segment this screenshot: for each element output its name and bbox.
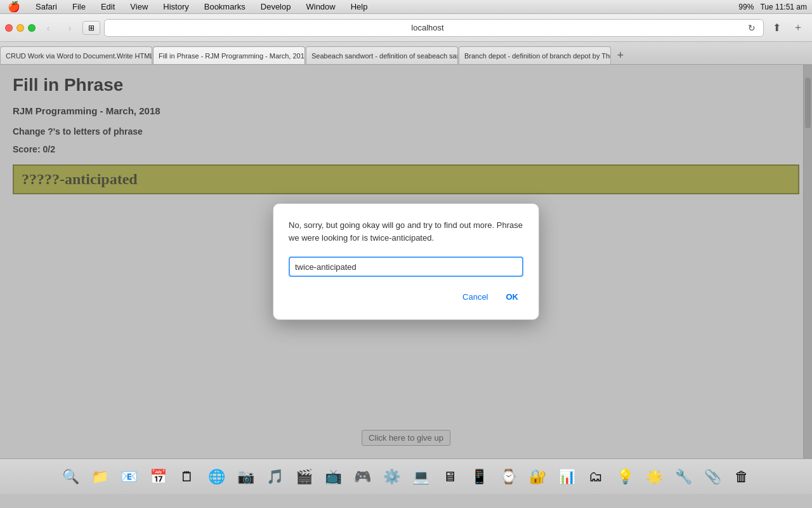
tab-2[interactable]: Seabeach sandwort - definition of seabea… [306,46,458,64]
dock-item-11[interactable]: ⚙️ [378,464,405,490]
dock-item-7[interactable]: 🎵 [261,464,288,490]
dock-item-16[interactable]: 🔐 [524,464,551,490]
minimize-window-button[interactable] [16,24,24,32]
dialog-ok-button[interactable]: OK [501,290,524,304]
dock-item-0[interactable]: 🔍 [57,464,84,490]
tab-view-button[interactable]: ⊞ [82,21,100,35]
maximize-window-button[interactable] [28,24,36,32]
dialog-input[interactable] [289,257,523,277]
tab-0[interactable]: CRUD Work via Word to Document.Write HTM… [0,46,152,64]
menu-bookmarks[interactable]: Bookmarks [202,2,248,11]
clock: Tue 11:51 am [760,3,807,11]
menu-view[interactable]: View [128,2,150,11]
menu-help[interactable]: Help [348,2,370,11]
menu-window[interactable]: Window [303,2,337,11]
menu-history[interactable]: History [160,2,191,11]
address-bar[interactable]: localhost ↻ [104,19,764,37]
tab-3[interactable]: Branch depot - definition of branch depo… [459,46,611,64]
menu-bar: 🍎 Safari File Edit View History Bookmark… [0,0,812,14]
new-tab-icon: ＋ [793,21,803,34]
dock-item-6[interactable]: 📷 [232,464,259,490]
dock-item-4[interactable]: 🗒 [174,464,200,490]
reload-button[interactable]: ↻ [745,22,758,34]
dock-item-23[interactable]: 🗑 [728,464,755,490]
tab-label-3: Branch depot - definition of branch depo… [464,52,611,60]
browser-page: Fill in Phrase RJM Programming - March, … [0,65,812,458]
dock-item-19[interactable]: 💡 [612,464,638,490]
traffic-lights [5,24,36,32]
dock-item-8[interactable]: 🎬 [291,464,317,490]
menu-bar-right: 99% Tue 11:51 am [738,3,807,11]
back-button[interactable]: ‹ [39,19,57,37]
menu-develop[interactable]: Develop [258,2,294,11]
new-tab-button[interactable]: ＋ [789,19,807,37]
dock-item-20[interactable]: 🌟 [641,464,667,490]
dialog-message: No, sorry, but going okay will go and tr… [289,219,523,244]
tab-label-1: Fill in Phrase - RJM Programming - March… [159,52,305,60]
add-tab-button[interactable]: + [612,46,629,64]
dock-item-18[interactable]: 🗂 [582,464,609,490]
dock-item-15[interactable]: ⌚ [495,464,521,490]
tab-1[interactable]: Fill in Phrase - RJM Programming - March… [153,46,305,64]
tabs-bar: CRUD Work via Word to Document.Write HTM… [0,42,812,65]
forward-button[interactable]: › [61,19,79,37]
dock-item-17[interactable]: 📊 [553,464,580,490]
menu-edit[interactable]: Edit [98,2,117,11]
dock-item-9[interactable]: 📺 [320,464,346,490]
url-display: localhost [110,23,745,32]
dock-item-10[interactable]: 🎮 [349,464,376,490]
menu-safari[interactable]: Safari [33,2,60,11]
alert-dialog: No, sorry, but going okay will go and tr… [273,203,539,320]
tab-label-0: CRUD Work via Word to Document.Write HTM… [6,52,152,60]
dock-item-22[interactable]: 📎 [699,464,726,490]
dialog-cancel-button[interactable]: Cancel [457,290,493,304]
dock-item-12[interactable]: 💻 [407,464,434,490]
dialog-buttons: Cancel OK [289,290,523,304]
back-icon: ‹ [47,23,50,33]
forward-icon: › [69,23,72,33]
content-area: Fill in Phrase RJM Programming - March, … [0,65,812,458]
browser-toolbar: ‹ › ⊞ localhost ↻ ⬆ ＋ [0,14,812,42]
dialog-overlay: No, sorry, but going okay will go and tr… [0,65,812,458]
menu-file[interactable]: File [70,2,88,11]
tab-label-2: Seabeach sandwort - definition of seabea… [311,52,458,60]
add-tab-icon: + [617,49,624,62]
dock-item-1[interactable]: 📁 [86,464,113,490]
apple-menu[interactable]: 🍎 [5,1,23,13]
dock-item-5[interactable]: 🌐 [203,464,230,490]
dock-item-21[interactable]: 🔧 [670,464,697,490]
dock-item-3[interactable]: 📅 [145,464,171,490]
close-window-button[interactable] [5,24,13,32]
toolbar-right-buttons: ⬆ ＋ [768,19,807,37]
dock-item-14[interactable]: 📱 [466,464,492,490]
dock: 🔍 📁 📧 📅 🗒 🌐 📷 🎵 🎬 📺 🎮 ⚙️ 💻 🖥 📱 ⌚ 🔐 📊 🗂 💡… [0,458,812,494]
dock-item-2[interactable]: 📧 [115,464,142,490]
reload-icon: ↻ [748,23,756,33]
share-button[interactable]: ⬆ [768,19,785,37]
dock-item-13[interactable]: 🖥 [436,464,463,490]
share-icon: ⬆ [773,22,781,34]
tab-view-icon: ⊞ [88,23,95,32]
battery-indicator: 99% [738,3,754,11]
